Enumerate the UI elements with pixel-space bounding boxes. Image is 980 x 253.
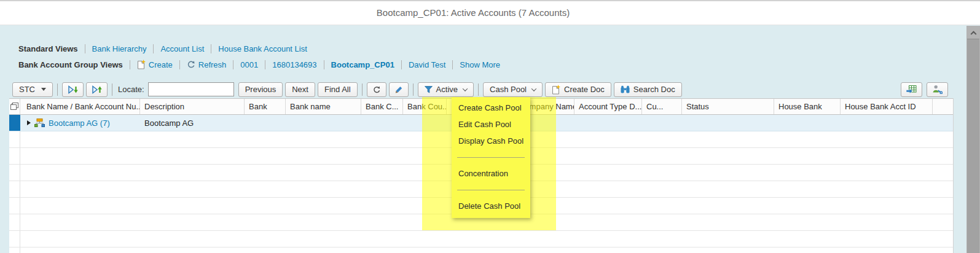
- select-all-corner-cell[interactable]: [9, 99, 20, 114]
- separator: [413, 84, 414, 96]
- locate-input[interactable]: [148, 82, 234, 96]
- expand-all-icon: [68, 85, 78, 94]
- chevron-down-icon: [463, 86, 468, 91]
- refresh-view-link[interactable]: Refresh: [187, 60, 227, 69]
- column-header-bank-name2[interactable]: Bank name: [286, 99, 361, 114]
- new-document-icon: [137, 60, 146, 69]
- chevron-up-icon: [970, 31, 976, 37]
- column-header-cu[interactable]: Cu...: [642, 99, 682, 114]
- column-header-filler: [933, 99, 954, 114]
- group-views-label: Bank Account Group Views: [18, 60, 123, 69]
- collapse-all-button[interactable]: [86, 82, 108, 97]
- cash-pool-dropdown-menu: Create Cash Pool Edit Cash Pool Display …: [452, 97, 530, 218]
- view-link-david-test[interactable]: David Test: [409, 60, 445, 69]
- menu-item-create-cash-pool[interactable]: Create Cash Pool: [452, 99, 530, 116]
- user-settings-icon: [932, 85, 943, 94]
- binoculars-icon: [621, 85, 630, 93]
- personalize-button[interactable]: [927, 82, 948, 97]
- view-link-1680134693[interactable]: 1680134693: [272, 60, 316, 69]
- search-doc-label: Search Doc: [633, 85, 675, 94]
- separator: [478, 84, 479, 96]
- next-label: Next: [292, 85, 308, 94]
- toolbar-right-group: [901, 82, 948, 97]
- row-selection-indicator[interactable]: [9, 148, 20, 164]
- scrollbar-thumb[interactable]: [967, 39, 979, 253]
- view-link-0001[interactable]: 0001: [240, 60, 258, 69]
- link-bank-hierarchy[interactable]: Bank Hierarchy: [92, 44, 147, 53]
- pencil-icon: [394, 85, 403, 94]
- filter-funnel-icon: [425, 86, 433, 93]
- row-selection-indicator[interactable]: [9, 131, 20, 147]
- column-header-house-bank[interactable]: House Bank: [774, 99, 841, 114]
- edit-button[interactable]: [389, 82, 409, 97]
- separator: [324, 60, 324, 69]
- table-toolbar: STC Locate:: [12, 82, 682, 97]
- caret-down-icon: [41, 88, 46, 91]
- search-doc-button[interactable]: Search Doc: [614, 82, 682, 97]
- page-title: Bootcamp_CP01: Active Accounts (7 Accoun…: [0, 1, 980, 25]
- row-selection-indicator[interactable]: [9, 165, 20, 181]
- cash-pool-menu-button[interactable]: Cash Pool: [483, 82, 543, 97]
- view-select-value: STC: [19, 85, 35, 94]
- locate-label: Locate:: [118, 85, 144, 94]
- create-view-link[interactable]: Create: [137, 60, 173, 69]
- find-all-button[interactable]: Find All: [318, 82, 358, 97]
- create-doc-button[interactable]: Create Doc: [545, 82, 611, 97]
- row-selection-indicator[interactable]: [9, 214, 20, 230]
- next-button[interactable]: Next: [285, 82, 315, 97]
- hierarchy-icon: [34, 119, 45, 127]
- link-house-bank-account-list[interactable]: House Bank Account List: [218, 44, 307, 53]
- separator: [211, 44, 211, 53]
- expand-node-icon[interactable]: [27, 120, 31, 125]
- link-account-list[interactable]: Account List: [160, 44, 204, 53]
- separator: [130, 60, 130, 69]
- chevron-down-icon: [531, 86, 536, 91]
- page-vertical-scrollbar[interactable]: [966, 26, 980, 253]
- column-header-bank-c[interactable]: Bank C...: [361, 99, 403, 114]
- refresh-table-button[interactable]: [367, 82, 386, 97]
- separator: [112, 84, 112, 96]
- scroll-up-button[interactable]: [966, 26, 980, 39]
- export-table-icon: [906, 85, 917, 94]
- previous-button[interactable]: Previous: [238, 82, 283, 97]
- column-header-house-bank-acct-id[interactable]: House Bank Acct ID: [841, 99, 933, 114]
- separator: [452, 60, 453, 69]
- separator: [153, 44, 154, 53]
- bank-account-group-views-bar: Bank Account Group Views Create Refresh: [18, 58, 500, 71]
- view-select-button[interactable]: STC: [12, 82, 53, 97]
- menu-item-display-cash-pool[interactable]: Display Cash Pool: [452, 133, 530, 149]
- show-more-link[interactable]: Show More: [460, 60, 500, 69]
- create-doc-label: Create Doc: [564, 85, 605, 94]
- row-selection-indicator[interactable]: [9, 198, 20, 214]
- menu-separator: [452, 182, 530, 198]
- view-link-bootcamp-cp01[interactable]: Bootcamp_CP01: [331, 60, 394, 69]
- active-filter-button[interactable]: Active: [418, 82, 474, 97]
- description-cell: Bootcamp AG: [140, 115, 245, 131]
- menu-item-edit-cash-pool[interactable]: Edit Cash Pool: [452, 116, 530, 133]
- collapse-all-icon: [92, 85, 102, 94]
- separator: [265, 60, 265, 69]
- column-header-bank-cou[interactable]: Bank Cou...: [403, 99, 447, 114]
- row-selection-indicator[interactable]: [9, 115, 20, 131]
- export-button[interactable]: [901, 82, 922, 97]
- find-all-label: Find All: [324, 85, 351, 94]
- expand-all-button[interactable]: [62, 82, 84, 97]
- empty-table-row: [9, 231, 953, 247]
- active-filter-label: Active: [436, 85, 458, 94]
- empty-table-row: [9, 247, 953, 253]
- menu-item-concentration[interactable]: Concentration: [452, 165, 530, 182]
- menu-item-delete-cash-pool[interactable]: Delete Cash Pool: [452, 198, 530, 214]
- separator: [233, 60, 233, 69]
- column-header-account-type[interactable]: Account Type D...: [574, 99, 642, 114]
- menu-separator: [452, 149, 530, 165]
- row-selection-indicator[interactable]: [9, 231, 20, 247]
- bank-group-link[interactable]: Bootcamp AG (7): [49, 119, 110, 128]
- column-header-status[interactable]: Status: [682, 99, 774, 114]
- column-header-description[interactable]: Description: [140, 99, 245, 114]
- column-header-bank-name[interactable]: Bank Name / Bank Account Nu...: [20, 99, 140, 114]
- row-selection-indicator[interactable]: [9, 247, 20, 253]
- previous-label: Previous: [245, 85, 276, 94]
- column-header-bank[interactable]: Bank: [245, 99, 286, 114]
- separator: [401, 60, 402, 69]
- row-selection-indicator[interactable]: [9, 181, 20, 197]
